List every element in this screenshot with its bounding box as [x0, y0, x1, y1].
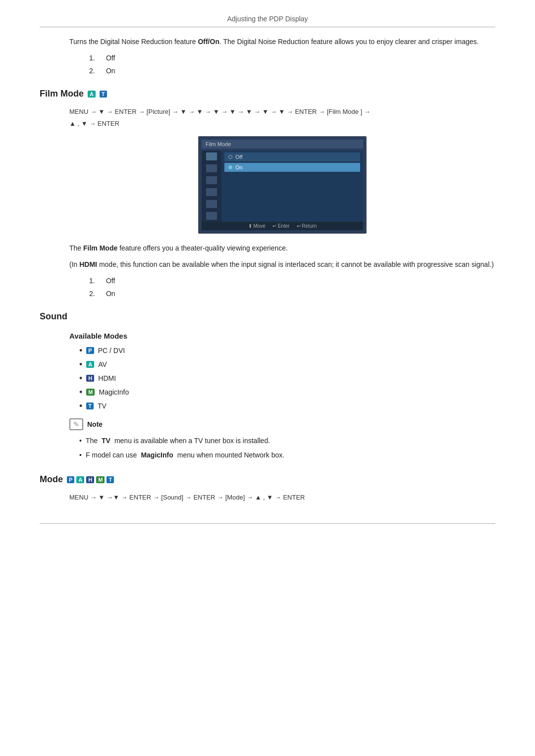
- available-modes-title: Available Modes: [69, 332, 127, 340]
- list-item-off: 1. Off: [89, 54, 495, 62]
- film-mode-badge-a: A: [88, 91, 96, 98]
- mode-menu-path: MENU → ▼ →▼ → ENTER → [Sound] → ENTER → …: [69, 492, 495, 503]
- film-mode-num-1: 1.: [89, 277, 104, 285]
- film-mode-heading: Film Mode A T: [40, 89, 495, 99]
- intro-paragraph: Turns the Digital Noise Reduction featur…: [69, 36, 495, 47]
- mode-tv-label: TV: [98, 402, 107, 410]
- badge-h: H: [86, 375, 94, 382]
- mode-hdmi: • H HDMI: [79, 374, 495, 383]
- sidebar-icon-4: [206, 188, 217, 196]
- mode-pc-dvi-label: PC / DVI: [98, 347, 125, 354]
- mode-badge-t: T: [107, 476, 114, 483]
- mode-badge-row: P A H M T: [67, 476, 114, 483]
- intro-section: Turns the Digital Noise Reduction featur…: [69, 36, 495, 75]
- bullet-dot-3: •: [79, 374, 82, 383]
- screen-footer: ⬆ Move ↵ Enter ↩ Return: [202, 222, 363, 230]
- film-mode-desc2: (In HDMI mode, this function can be avai…: [69, 259, 495, 270]
- footer-move: ⬆ Move: [248, 223, 266, 229]
- bottom-rule: [40, 523, 495, 524]
- film-mode-badge-t: T: [100, 91, 107, 98]
- mode-title: Mode: [40, 474, 63, 485]
- list-text-on: On: [106, 67, 115, 75]
- note-bullets: The TV menu is available when a TV tuner…: [79, 436, 495, 460]
- note-bullet-magicinfo: F model can use MagicInfo menu when moun…: [79, 450, 495, 460]
- bullet-dot-2: •: [79, 360, 82, 369]
- badge-m: M: [86, 389, 95, 396]
- film-mode-bold-hdmi: HDMI: [79, 260, 97, 268]
- mode-hdmi-label: HDMI: [98, 374, 116, 382]
- screen-content: Off On: [221, 151, 363, 222]
- film-mode-title: Film Mode: [40, 89, 84, 99]
- option-dot-on: [228, 165, 232, 169]
- list-num-2: 2.: [89, 67, 104, 75]
- page-title-bar: Adjusting the PDP Display: [40, 15, 495, 27]
- mode-magicinfo-label: MagicInfo: [99, 388, 129, 396]
- note-icon: [69, 418, 83, 430]
- list-text-off: Off: [106, 54, 115, 62]
- film-mode-text-off: Off: [106, 277, 115, 285]
- screen-option-off: Off: [224, 152, 360, 161]
- mode-badge-p: P: [67, 476, 74, 483]
- bullet-dot-1: •: [79, 346, 82, 355]
- list-item-on: 2. On: [89, 67, 495, 75]
- badge-a: A: [86, 361, 94, 368]
- note-bold-tv: TV: [102, 436, 110, 446]
- film-mode-num-2: 2.: [89, 290, 104, 298]
- film-mode-screen: Film Mode Off On: [198, 136, 367, 234]
- sound-title: Sound: [40, 311, 67, 322]
- film-mode-menu-path: MENU → ▼ → ENTER → [Picture] → ▼ → ▼ → ▼…: [69, 106, 495, 129]
- footer-enter: ↵ Enter: [272, 223, 290, 229]
- intro-list: 1. Off 2. On: [89, 54, 495, 75]
- footer-return: ↩ Return: [297, 223, 317, 229]
- mode-tv: • T TV: [79, 402, 495, 410]
- note-box: Note: [69, 418, 495, 431]
- film-mode-bold1: Film Mode: [83, 244, 117, 252]
- option-label-on: On: [235, 164, 243, 170]
- mode-badge-h: H: [86, 476, 94, 483]
- mode-badge-a: A: [76, 476, 84, 483]
- film-mode-desc1: The Film Mode feature offers you a theat…: [69, 243, 495, 253]
- screen-option-on: On: [224, 163, 360, 172]
- film-mode-list: 1. Off 2. On: [89, 277, 495, 298]
- intro-bold-offon: Off/On: [198, 38, 219, 46]
- sidebar-icon-1: [206, 152, 217, 160]
- mode-av-label: AV: [98, 360, 107, 368]
- sidebar-icon-2: [206, 164, 217, 172]
- film-mode-text-on: On: [106, 290, 115, 298]
- mode-section: MENU → ▼ →▼ → ENTER → [Sound] → ENTER → …: [69, 492, 495, 503]
- mode-pc-dvi: • P PC / DVI: [79, 346, 495, 355]
- mode-magicinfo: • M MagicInfo: [79, 388, 495, 397]
- mode-badge-m: M: [96, 476, 105, 483]
- list-num-1: 1.: [89, 54, 104, 62]
- film-mode-section: MENU → ▼ → ENTER → [Picture] → ▼ → ▼ → ▼…: [69, 106, 495, 298]
- page-title: Adjusting the PDP Display: [227, 15, 308, 23]
- mode-heading: Mode P A H M T: [40, 474, 495, 485]
- badge-p: P: [86, 347, 94, 354]
- sidebar-icon-3: [206, 176, 217, 184]
- option-label-off: Off: [235, 154, 242, 160]
- bullet-dot-4: •: [79, 388, 82, 397]
- page-container: Adjusting the PDP Display Turns the Digi…: [0, 0, 535, 554]
- sidebar-icon-5: [206, 200, 217, 208]
- note-bullet-tv: The TV menu is available when a TV tuner…: [79, 436, 495, 446]
- screen-title-bar: Film Mode: [202, 140, 363, 149]
- film-mode-list-on: 2. On: [89, 290, 495, 298]
- available-modes-list: • P PC / DVI • A AV • H HDMI • M MagicIn…: [79, 346, 495, 410]
- screen-body: Off On: [202, 151, 363, 222]
- note-bold-magicinfo: MagicInfo: [141, 450, 173, 460]
- sound-section: Available Modes • P PC / DVI • A AV • H …: [69, 332, 495, 460]
- mode-av: • A AV: [79, 360, 495, 369]
- available-modes-heading: Available Modes: [69, 332, 495, 340]
- note-label: Note: [87, 418, 103, 431]
- film-mode-list-off: 1. Off: [89, 277, 495, 285]
- sidebar-icon-6: [206, 212, 217, 220]
- badge-t: T: [86, 403, 94, 409]
- film-mode-path-line2: ▲ , ▼ → ENTER: [69, 120, 119, 127]
- film-mode-path-line1: MENU → ▼ → ENTER → [Picture] → ▼ → ▼ → ▼…: [69, 108, 371, 115]
- sound-heading: Sound: [40, 311, 495, 322]
- bullet-dot-5: •: [79, 402, 82, 410]
- option-dot-off: [228, 155, 232, 159]
- screen-sidebar: [202, 151, 221, 222]
